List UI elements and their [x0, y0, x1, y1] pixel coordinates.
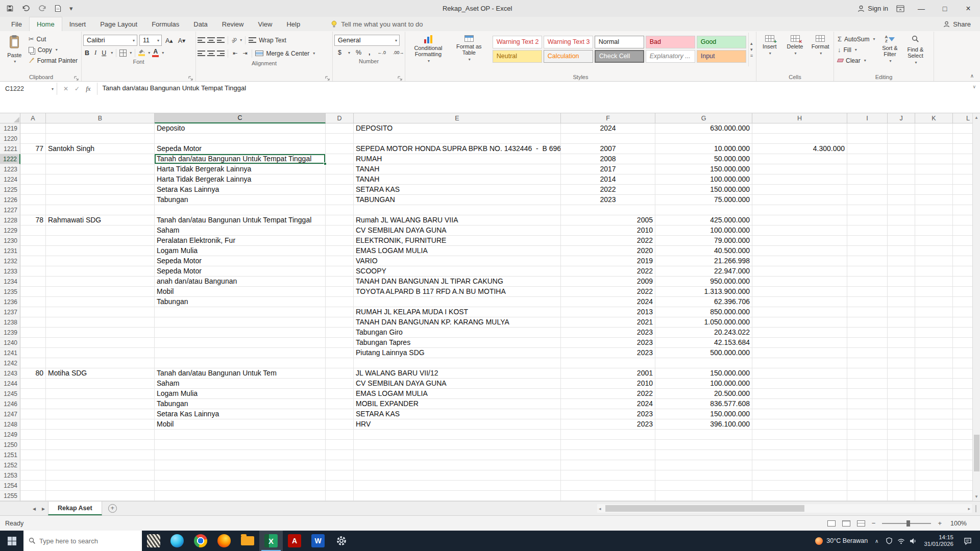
cell-G1222[interactable]: 50.000.000 — [655, 154, 752, 164]
cell-J1241[interactable] — [888, 348, 915, 358]
cell-I1249[interactable] — [847, 430, 888, 440]
cell-E1232[interactable]: VARIO — [354, 256, 561, 266]
cell-I1251[interactable] — [847, 450, 888, 460]
cell-G1226[interactable]: 75.000.000 — [655, 195, 752, 205]
cell-F1224[interactable]: 2014 — [561, 174, 655, 185]
cell-F1229[interactable]: 2010 — [561, 226, 655, 236]
cell-J1247[interactable] — [888, 409, 915, 419]
row-header-1246[interactable]: 1246 — [0, 399, 20, 409]
copy-button[interactable]: Copy▾ — [27, 44, 80, 55]
sort-filter-button[interactable]: AZ Sort & Filter▾ — [877, 33, 902, 72]
cell-C1243[interactable]: Tanah dan/atau Bangunan Untuk Tem — [155, 368, 326, 379]
cell-E1227[interactable] — [354, 205, 561, 215]
row-header-1222[interactable]: 1222 — [0, 154, 20, 164]
cell-A1223[interactable] — [20, 164, 46, 174]
cell-C1226[interactable]: Tabungan — [155, 195, 326, 205]
cell-G1253[interactable] — [655, 470, 752, 481]
cell-D1237[interactable] — [326, 307, 354, 317]
cell-I1240[interactable] — [847, 338, 888, 348]
cell-I1224[interactable] — [847, 174, 888, 185]
cell-A1230[interactable] — [20, 236, 46, 246]
cell-B1247[interactable] — [46, 409, 155, 419]
cell-H1245[interactable] — [752, 389, 847, 399]
format-painter-button[interactable]: Format Painter — [27, 55, 80, 66]
wrap-text-button[interactable]: Wrap Text — [249, 35, 286, 45]
borders-button[interactable] — [119, 49, 127, 57]
cell-H1242[interactable] — [752, 358, 847, 368]
cell-G1236[interactable]: 62.396.706 — [655, 297, 752, 307]
cell-J1246[interactable] — [888, 399, 915, 409]
cell-K1248[interactable] — [915, 419, 953, 430]
cell-B1238[interactable] — [46, 317, 155, 328]
cell-B1236[interactable] — [46, 297, 155, 307]
column-header-D[interactable]: D — [326, 113, 354, 123]
cell-F1226[interactable]: 2023 — [561, 195, 655, 205]
cell-E1234[interactable]: TANAH DAN BANGUNAN JL TIPAR CAKUNG — [354, 277, 561, 287]
align-left-button[interactable] — [198, 51, 205, 56]
cell-B1222[interactable] — [46, 154, 155, 164]
font-size-select[interactable]: 11▾ — [139, 35, 162, 46]
cell-D1220[interactable] — [326, 134, 354, 144]
cell-K1247[interactable] — [915, 409, 953, 419]
cell-K1251[interactable] — [915, 450, 953, 460]
cell-H1244[interactable] — [752, 379, 847, 389]
cell-D1240[interactable] — [326, 338, 354, 348]
cell-F1249[interactable] — [561, 430, 655, 440]
cell-G1238[interactable]: 1.050.000.000 — [655, 317, 752, 328]
format-cells-button[interactable]: Format▾ — [808, 33, 832, 72]
cell-I1248[interactable] — [847, 419, 888, 430]
cell-E1220[interactable] — [354, 134, 561, 144]
cell-F1238[interactable]: 2021 — [561, 317, 655, 328]
cell-D1255[interactable] — [326, 491, 354, 501]
orientation-button[interactable]: ab — [230, 36, 238, 44]
cell-I1228[interactable] — [847, 215, 888, 226]
row-header-1242[interactable]: 1242 — [0, 358, 20, 368]
cell-J1234[interactable] — [888, 277, 915, 287]
cell-C1247[interactable]: Setara Kas Lainnya — [155, 409, 326, 419]
cell-A1231[interactable] — [20, 246, 46, 256]
row-header-1223[interactable]: 1223 — [0, 164, 20, 174]
cell-F1221[interactable]: 2007 — [561, 144, 655, 154]
cell-G1246[interactable]: 836.577.608 — [655, 399, 752, 409]
cell-F1235[interactable]: 2022 — [561, 287, 655, 297]
cell-C1240[interactable] — [155, 338, 326, 348]
cell-K1243[interactable] — [915, 368, 953, 379]
increase-decimal-button[interactable]: ←.0 — [376, 49, 388, 56]
cell-A1250[interactable] — [20, 440, 46, 450]
cell-F1242[interactable] — [561, 358, 655, 368]
cell-D1238[interactable] — [326, 317, 354, 328]
format-as-table-button[interactable]: Format as Table▾ — [450, 33, 488, 72]
cell-H1241[interactable] — [752, 348, 847, 358]
column-header-K[interactable]: K — [915, 113, 953, 123]
cell-D1232[interactable] — [326, 256, 354, 266]
cell-K1226[interactable] — [915, 195, 953, 205]
cell-K1222[interactable] — [915, 154, 953, 164]
cell-C1251[interactable] — [155, 450, 326, 460]
cell-J1238[interactable] — [888, 317, 915, 328]
cell-J1253[interactable] — [888, 470, 915, 481]
fill-color-button[interactable] — [138, 49, 145, 56]
taskbar-app-edge[interactable] — [165, 531, 189, 551]
cell-K1236[interactable] — [915, 297, 953, 307]
cell-H1231[interactable] — [752, 246, 847, 256]
cell-D1219[interactable] — [326, 123, 354, 134]
cell-C1242[interactable] — [155, 358, 326, 368]
row-header-1229[interactable]: 1229 — [0, 226, 20, 236]
cell-A1226[interactable] — [20, 195, 46, 205]
share-button[interactable]: Share — [943, 17, 971, 31]
cell-D1248[interactable] — [326, 419, 354, 430]
cell-A1224[interactable] — [20, 174, 46, 185]
cell-G1245[interactable]: 20.500.000 — [655, 389, 752, 399]
cell-H1229[interactable] — [752, 226, 847, 236]
cell-K1234[interactable] — [915, 277, 953, 287]
cell-G1232[interactable]: 21.266.998 — [655, 256, 752, 266]
cell-K1255[interactable] — [915, 491, 953, 501]
cell-E1248[interactable]: HRV — [354, 419, 561, 430]
cell-I1222[interactable] — [847, 154, 888, 164]
cell-H1250[interactable] — [752, 440, 847, 450]
cell-A1243[interactable]: 80 — [20, 368, 46, 379]
cell-C1235[interactable]: Mobil — [155, 287, 326, 297]
cell-H1221[interactable]: 4.300.000 — [752, 144, 847, 154]
cell-E1249[interactable] — [354, 430, 561, 440]
cell-G1233[interactable]: 22.947.000 — [655, 266, 752, 277]
